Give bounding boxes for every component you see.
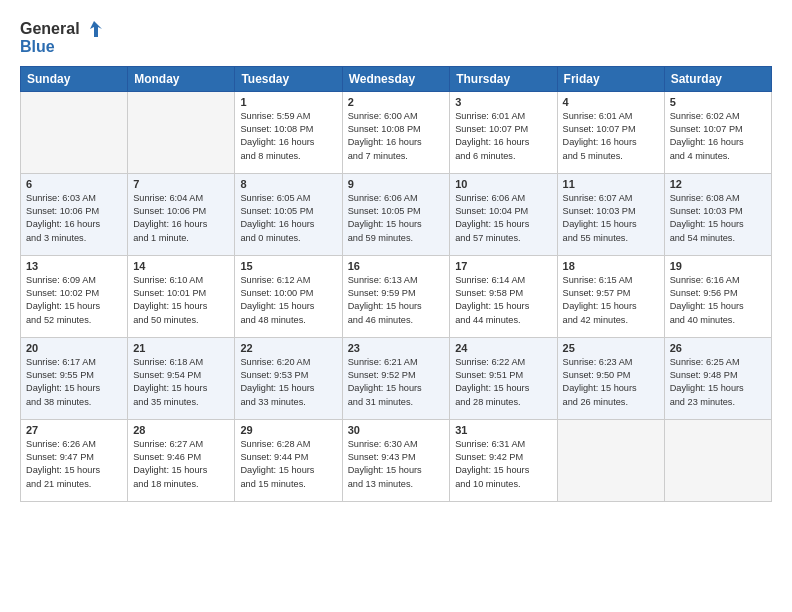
day-number: 30 [348, 424, 445, 436]
day-number: 7 [133, 178, 229, 190]
table-cell: 2Sunrise: 6:00 AM Sunset: 10:08 PM Dayli… [342, 91, 450, 173]
day-number: 14 [133, 260, 229, 272]
day-info: Sunrise: 6:04 AM Sunset: 10:06 PM Daylig… [133, 192, 229, 245]
day-number: 21 [133, 342, 229, 354]
header-row: Sunday Monday Tuesday Wednesday Thursday… [21, 66, 772, 91]
calendar-week-row: 1Sunrise: 5:59 AM Sunset: 10:08 PM Dayli… [21, 91, 772, 173]
table-cell: 17Sunrise: 6:14 AM Sunset: 9:58 PM Dayli… [450, 255, 557, 337]
day-info: Sunrise: 6:30 AM Sunset: 9:43 PM Dayligh… [348, 438, 445, 491]
day-info: Sunrise: 6:28 AM Sunset: 9:44 PM Dayligh… [240, 438, 336, 491]
table-cell: 26Sunrise: 6:25 AM Sunset: 9:48 PM Dayli… [664, 337, 771, 419]
day-info: Sunrise: 6:21 AM Sunset: 9:52 PM Dayligh… [348, 356, 445, 409]
table-cell: 9Sunrise: 6:06 AM Sunset: 10:05 PM Dayli… [342, 173, 450, 255]
day-info: Sunrise: 6:18 AM Sunset: 9:54 PM Dayligh… [133, 356, 229, 409]
table-cell: 24Sunrise: 6:22 AM Sunset: 9:51 PM Dayli… [450, 337, 557, 419]
svg-marker-0 [90, 21, 102, 37]
day-number: 13 [26, 260, 122, 272]
table-cell [128, 91, 235, 173]
day-number: 16 [348, 260, 445, 272]
table-cell: 18Sunrise: 6:15 AM Sunset: 9:57 PM Dayli… [557, 255, 664, 337]
calendar-week-row: 20Sunrise: 6:17 AM Sunset: 9:55 PM Dayli… [21, 337, 772, 419]
day-number: 1 [240, 96, 336, 108]
day-number: 9 [348, 178, 445, 190]
calendar-week-row: 27Sunrise: 6:26 AM Sunset: 9:47 PM Dayli… [21, 419, 772, 501]
table-cell: 28Sunrise: 6:27 AM Sunset: 9:46 PM Dayli… [128, 419, 235, 501]
day-info: Sunrise: 6:27 AM Sunset: 9:46 PM Dayligh… [133, 438, 229, 491]
table-cell: 12Sunrise: 6:08 AM Sunset: 10:03 PM Dayl… [664, 173, 771, 255]
day-number: 5 [670, 96, 766, 108]
header: General Blue [20, 18, 772, 56]
table-cell: 8Sunrise: 6:05 AM Sunset: 10:05 PM Dayli… [235, 173, 342, 255]
table-cell: 13Sunrise: 6:09 AM Sunset: 10:02 PM Dayl… [21, 255, 128, 337]
day-number: 25 [563, 342, 659, 354]
logo-general: General [20, 20, 80, 38]
table-cell: 4Sunrise: 6:01 AM Sunset: 10:07 PM Dayli… [557, 91, 664, 173]
table-cell: 16Sunrise: 6:13 AM Sunset: 9:59 PM Dayli… [342, 255, 450, 337]
table-cell: 7Sunrise: 6:04 AM Sunset: 10:06 PM Dayli… [128, 173, 235, 255]
day-info: Sunrise: 6:09 AM Sunset: 10:02 PM Daylig… [26, 274, 122, 327]
day-info: Sunrise: 6:06 AM Sunset: 10:04 PM Daylig… [455, 192, 551, 245]
day-info: Sunrise: 6:22 AM Sunset: 9:51 PM Dayligh… [455, 356, 551, 409]
col-tuesday: Tuesday [235, 66, 342, 91]
table-cell: 6Sunrise: 6:03 AM Sunset: 10:06 PM Dayli… [21, 173, 128, 255]
day-info: Sunrise: 6:02 AM Sunset: 10:07 PM Daylig… [670, 110, 766, 163]
day-info: Sunrise: 6:26 AM Sunset: 9:47 PM Dayligh… [26, 438, 122, 491]
day-info: Sunrise: 6:01 AM Sunset: 10:07 PM Daylig… [563, 110, 659, 163]
table-cell: 10Sunrise: 6:06 AM Sunset: 10:04 PM Dayl… [450, 173, 557, 255]
table-cell [664, 419, 771, 501]
day-number: 31 [455, 424, 551, 436]
day-info: Sunrise: 6:31 AM Sunset: 9:42 PM Dayligh… [455, 438, 551, 491]
table-cell: 29Sunrise: 6:28 AM Sunset: 9:44 PM Dayli… [235, 419, 342, 501]
table-cell: 23Sunrise: 6:21 AM Sunset: 9:52 PM Dayli… [342, 337, 450, 419]
table-cell: 27Sunrise: 6:26 AM Sunset: 9:47 PM Dayli… [21, 419, 128, 501]
logo-wing-icon [80, 18, 102, 40]
table-cell: 15Sunrise: 6:12 AM Sunset: 10:00 PM Dayl… [235, 255, 342, 337]
day-info: Sunrise: 6:15 AM Sunset: 9:57 PM Dayligh… [563, 274, 659, 327]
logo-blue: Blue [20, 38, 102, 56]
day-number: 28 [133, 424, 229, 436]
day-info: Sunrise: 6:10 AM Sunset: 10:01 PM Daylig… [133, 274, 229, 327]
table-cell: 30Sunrise: 6:30 AM Sunset: 9:43 PM Dayli… [342, 419, 450, 501]
day-info: Sunrise: 6:12 AM Sunset: 10:00 PM Daylig… [240, 274, 336, 327]
day-info: Sunrise: 6:14 AM Sunset: 9:58 PM Dayligh… [455, 274, 551, 327]
col-sunday: Sunday [21, 66, 128, 91]
day-number: 29 [240, 424, 336, 436]
day-number: 18 [563, 260, 659, 272]
logo: General Blue [20, 18, 102, 56]
day-number: 3 [455, 96, 551, 108]
day-info: Sunrise: 6:00 AM Sunset: 10:08 PM Daylig… [348, 110, 445, 163]
day-number: 12 [670, 178, 766, 190]
table-cell: 20Sunrise: 6:17 AM Sunset: 9:55 PM Dayli… [21, 337, 128, 419]
table-cell: 21Sunrise: 6:18 AM Sunset: 9:54 PM Dayli… [128, 337, 235, 419]
table-cell: 5Sunrise: 6:02 AM Sunset: 10:07 PM Dayli… [664, 91, 771, 173]
table-cell [21, 91, 128, 173]
day-info: Sunrise: 5:59 AM Sunset: 10:08 PM Daylig… [240, 110, 336, 163]
day-number: 11 [563, 178, 659, 190]
day-info: Sunrise: 6:03 AM Sunset: 10:06 PM Daylig… [26, 192, 122, 245]
day-number: 19 [670, 260, 766, 272]
day-info: Sunrise: 6:23 AM Sunset: 9:50 PM Dayligh… [563, 356, 659, 409]
day-number: 8 [240, 178, 336, 190]
table-cell: 19Sunrise: 6:16 AM Sunset: 9:56 PM Dayli… [664, 255, 771, 337]
day-info: Sunrise: 6:07 AM Sunset: 10:03 PM Daylig… [563, 192, 659, 245]
day-number: 20 [26, 342, 122, 354]
day-number: 24 [455, 342, 551, 354]
calendar-table: Sunday Monday Tuesday Wednesday Thursday… [20, 66, 772, 502]
day-number: 22 [240, 342, 336, 354]
calendar-week-row: 13Sunrise: 6:09 AM Sunset: 10:02 PM Dayl… [21, 255, 772, 337]
day-number: 27 [26, 424, 122, 436]
table-cell: 3Sunrise: 6:01 AM Sunset: 10:07 PM Dayli… [450, 91, 557, 173]
day-number: 15 [240, 260, 336, 272]
col-monday: Monday [128, 66, 235, 91]
day-number: 6 [26, 178, 122, 190]
day-number: 4 [563, 96, 659, 108]
day-info: Sunrise: 6:16 AM Sunset: 9:56 PM Dayligh… [670, 274, 766, 327]
table-cell: 25Sunrise: 6:23 AM Sunset: 9:50 PM Dayli… [557, 337, 664, 419]
day-info: Sunrise: 6:06 AM Sunset: 10:05 PM Daylig… [348, 192, 445, 245]
day-info: Sunrise: 6:17 AM Sunset: 9:55 PM Dayligh… [26, 356, 122, 409]
day-number: 26 [670, 342, 766, 354]
page: General Blue Sunday Monday Tuesday Wedne… [0, 0, 792, 612]
day-info: Sunrise: 6:05 AM Sunset: 10:05 PM Daylig… [240, 192, 336, 245]
day-number: 2 [348, 96, 445, 108]
day-info: Sunrise: 6:13 AM Sunset: 9:59 PM Dayligh… [348, 274, 445, 327]
